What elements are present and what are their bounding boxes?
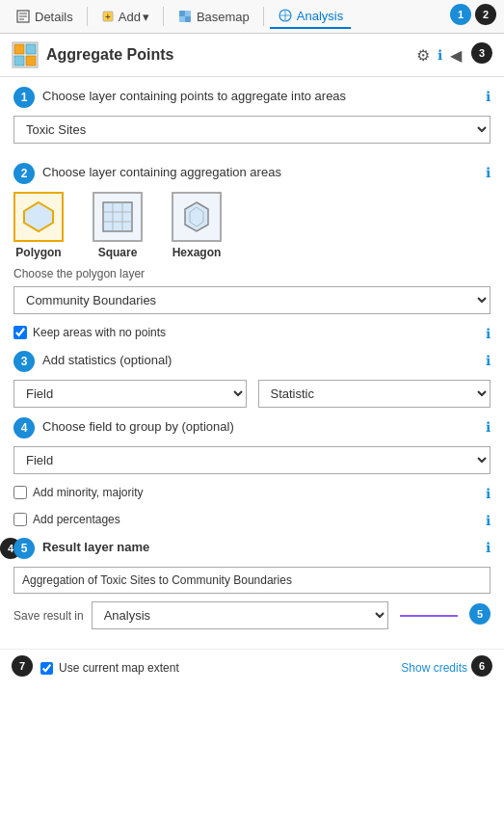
step5-section: 4 5 Result layer name ℹ Save result in A… — [13, 538, 491, 629]
add-label: Add — [119, 10, 141, 24]
details-icon — [15, 9, 31, 24]
analysis-label: Analysis — [297, 9, 343, 23]
field-dropdown[interactable]: Field — [13, 380, 247, 408]
result-name-input[interactable] — [13, 567, 491, 594]
svg-text:+: + — [105, 12, 111, 22]
statistic-dropdown[interactable]: Statistic — [258, 380, 491, 408]
step2-section: 2 Choose layer containing aggregation ar… — [13, 163, 491, 341]
polygon-icon — [21, 200, 56, 234]
keep-areas-row: Keep areas with no points ℹ — [13, 324, 491, 341]
percentages-label: Add percentages — [33, 513, 120, 526]
step3-header: 3 Add statistics (optional) ℹ — [13, 351, 491, 372]
side-badge-3: 3 — [471, 42, 492, 64]
step2-label: Choose layer containing aggregation area… — [42, 163, 478, 179]
step1-header: 1 Choose layer containing points to aggr… — [13, 87, 491, 108]
purple-line — [400, 615, 458, 617]
minority-checkbox[interactable] — [13, 486, 27, 499]
step5-label: Result layer name — [42, 538, 478, 554]
step4-field-dropdown[interactable]: Field — [13, 446, 491, 474]
svg-rect-8 — [185, 16, 191, 22]
square-icon — [100, 200, 135, 234]
shape-selector-row: Polygon Square — [13, 192, 491, 259]
minority-row: Add minority, majority ℹ — [13, 484, 491, 501]
save-result-label: Save result in — [13, 609, 84, 623]
settings-button[interactable]: ⚙ — [414, 44, 432, 67]
square-shape-box[interactable] — [93, 192, 143, 242]
top-nav: Details + Add ▾ Basemap Analysis 1 — [0, 0, 504, 34]
save-result-dropdown[interactable]: Analysis — [92, 601, 388, 629]
header-info-icon[interactable]: ℹ — [438, 47, 442, 63]
step5-info-icon[interactable]: ℹ — [486, 538, 491, 555]
nav-divider-3 — [263, 7, 264, 26]
basemap-tab[interactable]: Basemap — [170, 5, 257, 28]
percentages-info-icon[interactable]: ℹ — [486, 511, 491, 528]
side-badge-6: 6 — [471, 655, 492, 677]
step3-section: 3 Add statistics (optional) ℹ Field Stat… — [13, 351, 491, 408]
percentages-checkbox[interactable] — [13, 513, 27, 526]
use-current-extent-label: Use current map extent — [59, 661, 179, 675]
step4-info-icon[interactable]: ℹ — [486, 417, 491, 435]
nav-divider-2 — [163, 7, 164, 26]
step2-info-icon[interactable]: ℹ — [486, 163, 491, 180]
svg-marker-17 — [24, 202, 53, 231]
hexagon-shape-box[interactable] — [172, 192, 222, 242]
step1-info-icon[interactable]: ℹ — [486, 87, 491, 104]
svg-rect-13 — [14, 44, 24, 54]
polygon-label: Polygon — [15, 246, 61, 259]
step1-section: 1 Choose layer containing points to aggr… — [13, 87, 491, 153]
show-credits-link[interactable]: Show credits — [401, 661, 467, 675]
minority-label: Add minority, majority — [33, 486, 143, 499]
keep-areas-label: Keep areas with no points — [33, 326, 166, 339]
app-container: Details + Add ▾ Basemap Analysis 1 — [0, 0, 504, 686]
credits-area: Show credits 6 — [401, 655, 492, 680]
hexagon-icon — [179, 200, 214, 234]
step4-header: 4 Choose field to group by (optional) ℹ — [13, 417, 491, 439]
hexagon-label: Hexagon — [172, 246, 222, 259]
svg-rect-7 — [179, 11, 185, 16]
step2-number: 2 — [13, 163, 35, 184]
basemap-label: Basemap — [197, 10, 250, 24]
panel-header-actions: ⚙ ℹ ◀ 3 — [414, 42, 492, 67]
step3-info-icon[interactable]: ℹ — [486, 351, 491, 368]
add-icon: + — [101, 9, 117, 24]
top-badge-2: 2 — [475, 4, 496, 25]
panel-title: Aggregate Points — [46, 46, 173, 64]
step4-number: 4 — [13, 417, 35, 439]
square-label: Square — [98, 246, 138, 259]
hexagon-shape-item[interactable]: Hexagon — [172, 192, 222, 259]
percentages-row: Add percentages ℹ — [13, 511, 491, 528]
basemap-icon — [177, 9, 193, 24]
step1-label: Choose layer containing points to aggreg… — [42, 87, 478, 103]
step3-label: Add statistics (optional) — [42, 351, 478, 367]
details-label: Details — [35, 10, 73, 24]
step1-layer-dropdown[interactable]: Toxic Sites — [13, 116, 491, 144]
minority-info-icon[interactable]: ℹ — [486, 484, 491, 501]
panel-content: 1 Choose layer containing points to aggr… — [0, 77, 504, 649]
aggregate-points-icon — [12, 41, 39, 68]
add-button[interactable]: + Add ▾ — [93, 5, 157, 28]
step5-header: 5 Result layer name ℹ — [13, 538, 491, 559]
svg-rect-18 — [103, 202, 132, 231]
step4-section: 4 Choose field to group by (optional) ℹ … — [13, 417, 491, 528]
details-tab[interactable]: Details — [8, 5, 81, 28]
top-badge-1: 1 — [450, 4, 471, 25]
side-badge-5: 5 — [469, 603, 491, 625]
polygon-shape-box[interactable] — [13, 192, 64, 242]
back-arrow-button[interactable]: ◀ — [448, 44, 464, 67]
svg-rect-15 — [14, 56, 24, 66]
save-result-row: Save result in Analysis 5 — [13, 601, 491, 629]
square-shape-item[interactable]: Square — [93, 192, 143, 259]
svg-rect-14 — [26, 44, 36, 54]
step1-number: 1 — [13, 87, 35, 108]
svg-rect-16 — [26, 56, 36, 66]
analysis-icon — [278, 8, 293, 23]
step3-number: 3 — [13, 351, 35, 372]
panel-header: Aggregate Points ⚙ ℹ ◀ 3 — [0, 34, 504, 77]
analysis-tab[interactable]: Analysis — [270, 4, 351, 29]
keep-areas-checkbox[interactable] — [13, 326, 27, 339]
step2-polygon-dropdown[interactable]: Community Boundaries — [13, 286, 491, 314]
polygon-shape-item[interactable]: Polygon — [13, 192, 64, 259]
use-current-extent-checkbox[interactable] — [40, 662, 53, 675]
step4-label: Choose field to group by (optional) — [42, 417, 478, 434]
keep-areas-info-icon[interactable]: ℹ — [486, 324, 491, 341]
